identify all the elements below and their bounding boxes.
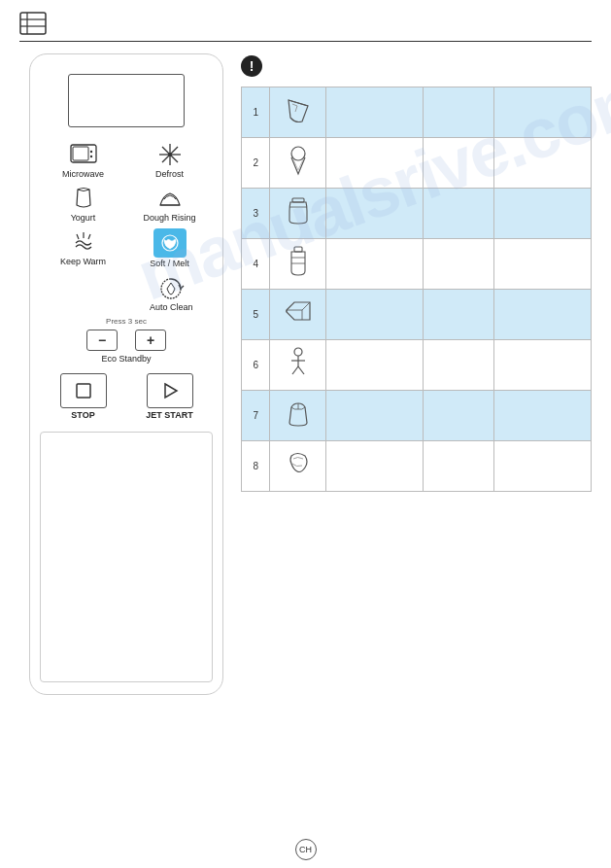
food-tip	[494, 290, 592, 340]
row-num: 3	[242, 189, 270, 239]
soft-melt-icon	[153, 228, 187, 258]
jet-start-btn[interactable]: JET START	[128, 373, 211, 420]
food-weight	[423, 239, 493, 290]
food-tip	[494, 87, 592, 138]
food-name	[326, 340, 424, 391]
food-name	[326, 87, 424, 138]
defrost-label: Defrost	[155, 169, 184, 179]
defrost-btn[interactable]: Defrost	[128, 141, 211, 179]
food-weight	[423, 391, 493, 441]
food-tip	[494, 138, 592, 189]
food-tip	[494, 391, 592, 441]
food-name	[326, 239, 424, 290]
defrost-icon	[154, 141, 186, 168]
svg-point-12	[168, 153, 172, 156]
table-row: 2	[242, 138, 592, 189]
svg-rect-18	[77, 384, 90, 398]
food-name	[326, 441, 424, 492]
auto-clean-label: Auto Clean	[150, 302, 193, 312]
svg-point-26	[294, 348, 302, 356]
plus-button[interactable]: +	[135, 330, 166, 351]
row-num: 2	[242, 138, 270, 189]
eco-btn-group: − +	[40, 330, 213, 351]
keep-warm-label: Keep Warm	[60, 257, 106, 266]
yogurt-label: Yogurt	[71, 213, 96, 223]
row-num: 8	[242, 441, 270, 492]
minus-button[interactable]: −	[86, 330, 118, 351]
microwave-btn[interactable]: Microwave	[42, 141, 124, 179]
auto-clean-row: Auto Clean	[40, 274, 213, 312]
control-panel: Microwave Defrost Yogurt Dough Rising	[29, 53, 223, 695]
food-name	[326, 290, 424, 340]
action-row: STOP JET START	[40, 373, 213, 420]
eco-standby-row: − + Eco Standby	[40, 330, 213, 364]
food-name	[326, 138, 424, 189]
food-tip	[494, 441, 592, 492]
dough-rising-btn[interactable]: Dough Rising	[128, 185, 211, 223]
auto-clean-btn[interactable]: Auto Clean	[130, 274, 213, 312]
food-weight	[423, 340, 493, 391]
svg-rect-5	[73, 147, 88, 160]
table-row: 7	[242, 391, 592, 441]
svg-rect-4	[71, 145, 96, 162]
eco-standby-label: Eco Standby	[101, 354, 151, 364]
dough-rising-label: Dough Rising	[143, 213, 195, 223]
jet-start-icon-box	[147, 373, 193, 408]
yogurt-btn[interactable]: Yogurt	[42, 185, 124, 223]
food-name	[326, 391, 424, 441]
stop-icon-box	[60, 373, 107, 408]
stop-btn[interactable]: STOP	[42, 373, 124, 420]
svg-marker-19	[165, 384, 177, 398]
soft-melt-label: Soft / Melt	[150, 259, 189, 268]
food-icon	[270, 290, 326, 340]
jet-start-label: JET START	[146, 410, 192, 420]
stop-label: STOP	[71, 410, 94, 420]
svg-rect-23	[294, 247, 302, 252]
soft-melt-btn[interactable]: Soft / Melt	[128, 228, 211, 268]
page-header	[19, 10, 592, 42]
food-icon	[270, 340, 326, 391]
btn-row-2: Yogurt Dough Rising	[40, 185, 213, 223]
press-3sec-label: Press 3 sec	[106, 317, 147, 326]
table-row: 1	[242, 87, 592, 138]
row-num: 1	[242, 87, 270, 138]
table-row: 8	[242, 441, 592, 492]
svg-rect-0	[20, 13, 46, 34]
right-section: ! 1 2	[241, 53, 592, 492]
food-name	[326, 189, 424, 239]
auto-clean-icon	[155, 274, 187, 301]
header-icon	[19, 10, 54, 37]
food-weight	[423, 290, 493, 340]
food-icon	[270, 391, 326, 441]
btn-row-1: Microwave Defrost	[40, 141, 213, 179]
row-num: 5	[242, 290, 270, 340]
food-icon	[270, 189, 326, 239]
svg-line-29	[292, 366, 298, 374]
display-screen	[68, 74, 185, 127]
page-footer: CH	[0, 839, 611, 860]
food-tip	[494, 239, 592, 290]
btn-row-3: Keep Warm Soft / Melt	[40, 228, 213, 268]
table-row: 4	[242, 239, 592, 290]
svg-point-7	[89, 156, 91, 157]
info-row: !	[241, 53, 592, 77]
food-tip	[494, 340, 592, 391]
food-tip	[494, 189, 592, 239]
microwave-label: Microwave	[62, 169, 104, 179]
food-weight	[423, 138, 493, 189]
yogurt-icon	[68, 185, 99, 212]
food-weight	[423, 441, 493, 492]
row-num: 4	[242, 239, 270, 290]
svg-point-6	[89, 151, 91, 153]
keep-warm-btn[interactable]: Keep Warm	[42, 228, 124, 268]
food-icon	[270, 138, 326, 189]
svg-line-15	[77, 234, 79, 239]
bottom-text-area	[40, 432, 213, 682]
food-table: 1 2	[241, 87, 592, 492]
table-row: 6	[242, 340, 592, 391]
dough-rising-icon	[154, 185, 186, 212]
keep-warm-icon	[68, 228, 99, 256]
row-num: 7	[242, 391, 270, 441]
table-row: 5	[242, 290, 592, 340]
row-num: 6	[242, 340, 270, 391]
